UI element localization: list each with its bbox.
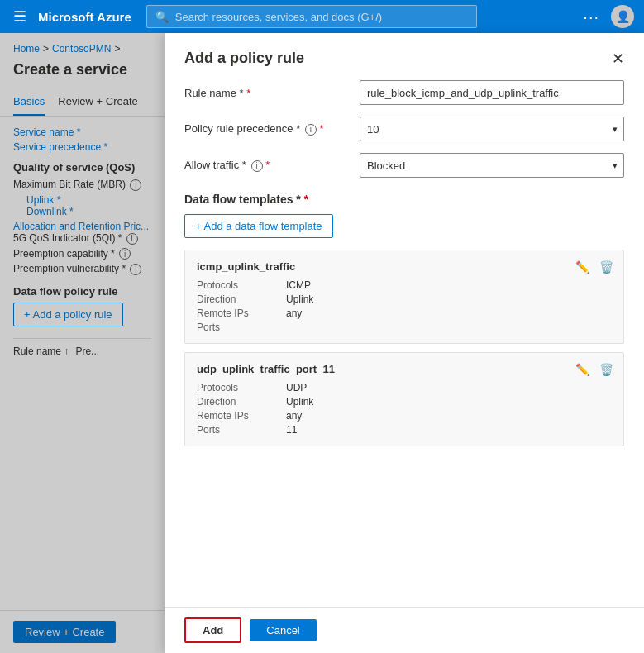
dir-label-1: Direction bbox=[197, 396, 279, 408]
modal-title: Add a policy rule bbox=[184, 50, 304, 67]
modal-footer: Add Cancel bbox=[165, 607, 644, 653]
allow-traffic-select-wrapper: Blocked Enabled ▾ bbox=[360, 153, 624, 178]
template-edit-button-0[interactable]: ✏️ bbox=[574, 259, 591, 275]
dir-value-0: Uplink bbox=[286, 293, 612, 305]
main-layout: Home > ContosoPMN > Create a service Bas… bbox=[0, 33, 644, 653]
allow-traffic-row: Allow traffic * i Blocked Enabled ▾ bbox=[184, 153, 624, 178]
proto-value-0: ICMP bbox=[286, 279, 612, 291]
template-actions-1: ✏️ 🗑️ bbox=[574, 361, 615, 378]
proto-label-1: Protocols bbox=[197, 382, 279, 393]
remip-label-0: Remote IPs bbox=[197, 307, 279, 319]
search-input[interactable] bbox=[175, 11, 468, 23]
avatar-icon: 👤 bbox=[616, 10, 630, 23]
ports-label-1: Ports bbox=[197, 424, 279, 436]
rule-name-row: Rule name * bbox=[184, 80, 624, 105]
template-card-1: udp_uplink_traffic_port_11 Protocols UDP… bbox=[184, 352, 624, 446]
rule-name-input[interactable] bbox=[360, 80, 624, 105]
modal-close-button[interactable]: ✕ bbox=[612, 51, 624, 66]
template-edit-button-1[interactable]: ✏️ bbox=[574, 361, 591, 378]
precedence-select[interactable]: 10 bbox=[360, 117, 624, 141]
topbar: ☰ Microsoft Azure 🔍 ··· 👤 bbox=[0, 0, 644, 33]
template-props-0: Protocols ICMP Direction Uplink Remote I… bbox=[197, 279, 612, 333]
template-actions-0: ✏️ 🗑️ bbox=[574, 259, 615, 275]
data-flow-section-title: Data flow templates * bbox=[184, 193, 624, 206]
precedence-label: Policy rule precedence * i bbox=[184, 122, 350, 136]
search-icon: 🔍 bbox=[155, 11, 169, 23]
precedence-info-icon[interactable]: i bbox=[305, 124, 317, 136]
hamburger-icon[interactable]: ☰ bbox=[10, 4, 30, 29]
azure-logo: Microsoft Azure bbox=[38, 10, 131, 24]
ports-value-0 bbox=[286, 322, 612, 333]
rule-name-label: Rule name * bbox=[184, 87, 350, 99]
ports-value-1: 11 bbox=[286, 424, 612, 436]
search-bar[interactable]: 🔍 bbox=[146, 5, 477, 28]
remip-label-1: Remote IPs bbox=[197, 410, 279, 422]
cancel-button[interactable]: Cancel bbox=[250, 619, 316, 641]
add-button[interactable]: Add bbox=[184, 617, 241, 643]
template-card-0: icmp_uplink_traffic Protocols ICMP Direc… bbox=[184, 250, 624, 344]
template-delete-button-1[interactable]: 🗑️ bbox=[598, 361, 615, 378]
dir-value-1: Uplink bbox=[286, 396, 612, 408]
modal-body: Rule name * Policy rule precedence * i 1… bbox=[165, 80, 644, 607]
precedence-select-wrapper: 10 ▾ bbox=[360, 117, 624, 141]
modal-header: Add a policy rule ✕ bbox=[165, 33, 644, 80]
template-name-1: udp_uplink_traffic_port_11 bbox=[197, 363, 612, 375]
template-name-0: icmp_uplink_traffic bbox=[197, 260, 612, 273]
remip-value-0: any bbox=[286, 307, 612, 319]
precedence-row: Policy rule precedence * i 10 ▾ bbox=[184, 117, 624, 141]
proto-value-1: UDP bbox=[286, 382, 612, 393]
dir-label-0: Direction bbox=[197, 293, 279, 305]
ports-label-0: Ports bbox=[197, 322, 279, 333]
add-policy-rule-modal: Add a policy rule ✕ Rule name * Policy r… bbox=[165, 33, 644, 653]
more-options-icon[interactable]: ··· bbox=[583, 7, 599, 26]
user-avatar[interactable]: 👤 bbox=[611, 5, 634, 28]
remip-value-1: any bbox=[286, 410, 612, 422]
topbar-right: ··· 👤 bbox=[583, 5, 634, 28]
modal-overlay: Add a policy rule ✕ Rule name * Policy r… bbox=[0, 33, 644, 653]
template-delete-button-0[interactable]: 🗑️ bbox=[598, 259, 615, 275]
allow-traffic-select[interactable]: Blocked Enabled bbox=[360, 153, 624, 178]
proto-label-0: Protocols bbox=[197, 279, 279, 291]
allow-traffic-label: Allow traffic * i bbox=[184, 159, 350, 172]
add-data-flow-template-button[interactable]: + Add a data flow template bbox=[184, 214, 333, 238]
allow-traffic-info-icon[interactable]: i bbox=[251, 160, 263, 172]
template-props-1: Protocols UDP Direction Uplink Remote IP… bbox=[197, 382, 612, 436]
